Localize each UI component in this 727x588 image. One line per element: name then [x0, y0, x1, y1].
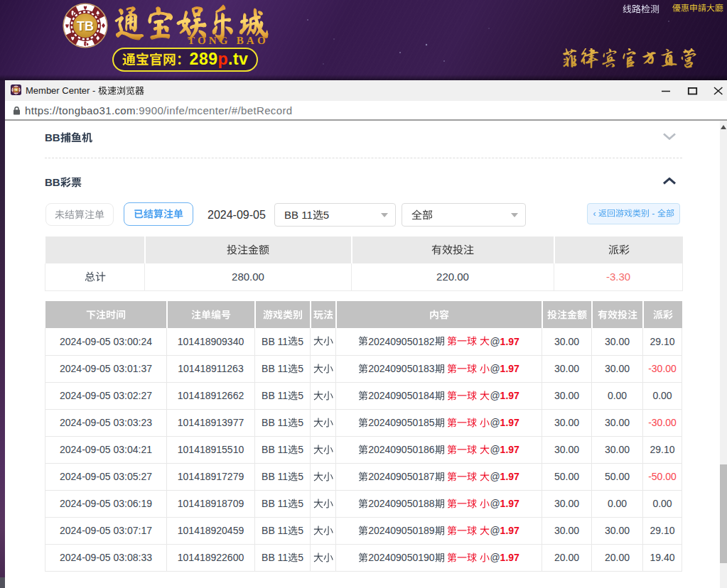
svg-text:TB: TB: [14, 89, 18, 92]
